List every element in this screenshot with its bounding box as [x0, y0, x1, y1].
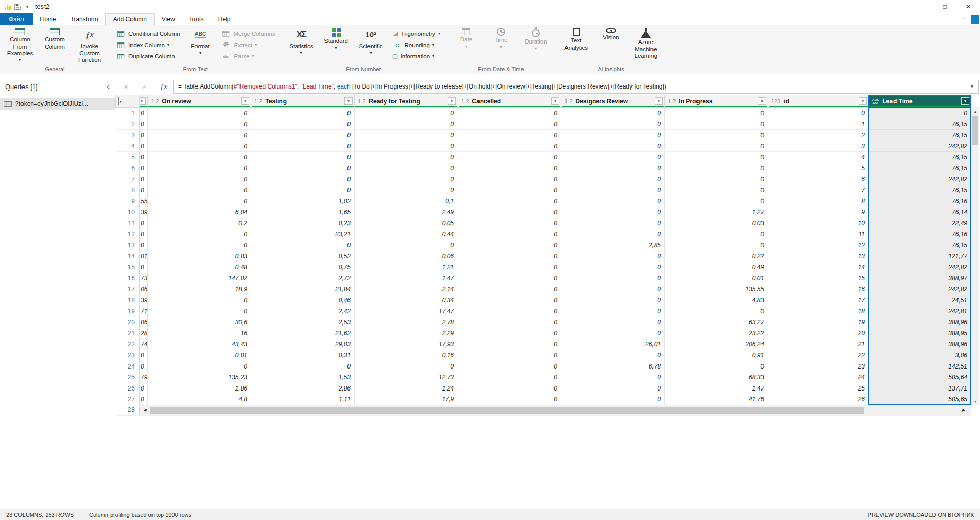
cell[interactable]: 1,27 [665, 207, 768, 218]
collapse-panel-icon[interactable]: ‹ [107, 82, 110, 91]
cell[interactable]: 0,06 [355, 251, 458, 262]
cell[interactable]: 1,47 [665, 383, 768, 394]
cell[interactable]: 63,27 [665, 317, 768, 328]
cell[interactable]: 0 [665, 119, 768, 130]
cell[interactable]: 0 [458, 240, 561, 251]
cell[interactable]: 0 [148, 361, 251, 372]
cell[interactable]: 0,16 [355, 350, 458, 361]
cell[interactable]: 1,65 [251, 207, 355, 218]
cell[interactable]: 0 [148, 163, 251, 174]
row-number[interactable]: 28 [116, 405, 140, 416]
cell[interactable]: 0,23 [251, 218, 355, 229]
cell[interactable]: 0,46 [251, 295, 355, 306]
row-number[interactable]: 7 [116, 174, 140, 185]
information-button[interactable]: Information▾ [388, 51, 443, 62]
column-header-on-review[interactable]: 1.2On review▾ [148, 95, 251, 108]
cell[interactable]: 0 [665, 163, 768, 174]
cell[interactable]: 0 [561, 108, 665, 119]
cell[interactable]: 2,85 [561, 240, 665, 251]
cell[interactable]: 76,15 [869, 163, 971, 174]
custom-column-button[interactable]: Custom Column [37, 27, 72, 51]
duplicate-column-button[interactable]: Duplicate Column [113, 51, 183, 62]
trigonometry-button[interactable]: Trigonometry▾ [388, 28, 443, 39]
cell[interactable]: 6,78 [561, 361, 665, 372]
cell[interactable]: 0 [458, 306, 561, 317]
row-number[interactable]: 8 [116, 185, 140, 196]
cell[interactable]: 0 [148, 152, 251, 163]
cell[interactable]: 0 [355, 152, 458, 163]
cell[interactable]: 76,15 [869, 119, 971, 130]
cell[interactable]: 0 [561, 317, 665, 328]
merge-columns-button[interactable]: Merge Columns [217, 28, 278, 39]
cell-clipped[interactable]: 0 [140, 108, 148, 119]
scientific-button[interactable]: Scientific▾ [354, 27, 388, 56]
cell[interactable]: 0 [251, 108, 355, 119]
cell[interactable]: 0 [458, 284, 561, 295]
cell[interactable]: 0 [458, 207, 561, 218]
text-analytics-button[interactable]: Text Analytics [559, 27, 594, 52]
row-number[interactable]: 10 [116, 207, 140, 218]
cell[interactable]: 8 [768, 196, 869, 207]
row-number[interactable]: 17 [116, 284, 140, 295]
cell-clipped[interactable]: 28 [140, 328, 148, 339]
cell[interactable]: 0 [148, 130, 251, 141]
filter-dropdown-button[interactable]: ▾ [344, 97, 353, 105]
scroll-left-arrow[interactable]: ◀ [142, 407, 148, 414]
cell[interactable]: 1,86 [148, 383, 251, 394]
cell[interactable]: 0 [561, 284, 665, 295]
cell[interactable]: 1,21 [355, 262, 458, 273]
cell[interactable]: 0 [148, 185, 251, 196]
save-icon[interactable] [14, 4, 21, 10]
cell[interactable]: 3,06 [869, 350, 971, 361]
filter-dropdown-button[interactable]: ▾ [961, 97, 969, 105]
row-number[interactable]: 22 [116, 339, 140, 350]
cell[interactable]: 135,55 [665, 284, 768, 295]
cell-clipped[interactable]: 71 [140, 306, 148, 317]
cell[interactable]: 23 [768, 361, 869, 372]
cell[interactable]: 137,71 [869, 383, 971, 394]
cell[interactable]: 388,95 [869, 328, 971, 339]
format-button[interactable]: Format▾ [183, 27, 217, 56]
row-number[interactable]: 12 [116, 229, 140, 240]
cell[interactable]: 0 [458, 174, 561, 185]
cell[interactable]: 76,16 [869, 229, 971, 240]
cell[interactable]: 0,01 [148, 350, 251, 361]
cell-clipped[interactable]: 0 [140, 229, 148, 240]
cell[interactable]: 4,83 [665, 295, 768, 306]
cell[interactable]: 0 [665, 196, 768, 207]
cell[interactable]: 0 [458, 229, 561, 240]
index-column-button[interactable]: Index Column▾ [113, 39, 183, 51]
select-all-corner[interactable]: ▾ [116, 95, 140, 108]
extract-button[interactable]: Extract▾ [217, 39, 278, 51]
cell[interactable]: 0,48 [148, 262, 251, 273]
cell[interactable]: 0 [561, 218, 665, 229]
cell[interactable]: 15 [768, 273, 869, 284]
cell[interactable]: 242,81 [869, 306, 971, 317]
cell-clipped[interactable]: 0 [140, 350, 148, 361]
column-header-cancelled[interactable]: 1.2Cancelled▾ [458, 95, 561, 108]
cell-clipped[interactable]: 79 [140, 372, 148, 383]
cell[interactable]: 0 [148, 306, 251, 317]
cell[interactable]: 2,29 [355, 328, 458, 339]
cell[interactable]: 0 [665, 108, 768, 119]
cell[interactable]: 2,72 [251, 273, 355, 284]
cell[interactable]: 0 [561, 295, 665, 306]
cell[interactable]: 26,01 [561, 339, 665, 350]
filter-dropdown-button[interactable]: ▾ [448, 97, 456, 105]
cell[interactable]: 0 [251, 130, 355, 141]
cell[interactable]: 0 [561, 174, 665, 185]
cell[interactable]: 505,64 [869, 372, 971, 383]
cell[interactable]: 0 [355, 240, 458, 251]
cell[interactable]: 23,21 [251, 229, 355, 240]
cell[interactable]: 0 [148, 174, 251, 185]
row-number[interactable]: 5 [116, 152, 140, 163]
row-number[interactable]: 16 [116, 273, 140, 284]
cell[interactable]: 0 [251, 163, 355, 174]
cell[interactable]: 19 [768, 317, 869, 328]
cell[interactable]: 29,03 [251, 339, 355, 350]
row-number[interactable]: 13 [116, 240, 140, 251]
cell[interactable]: 0 [251, 152, 355, 163]
cell[interactable]: 0,05 [355, 218, 458, 229]
cell[interactable]: 17,93 [355, 339, 458, 350]
cell[interactable]: 0 [148, 141, 251, 152]
